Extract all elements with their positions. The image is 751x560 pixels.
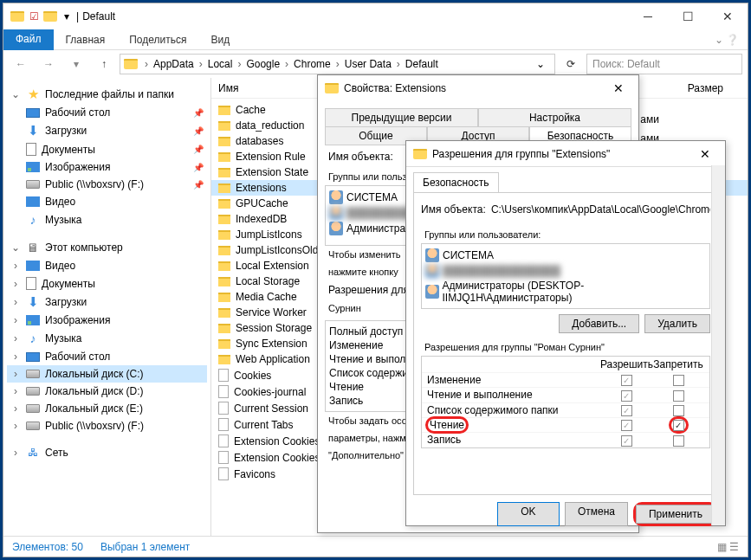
folder-icon — [218, 168, 230, 177]
nav-public2[interactable]: ›Public (\\vboxsrv) (F:) — [7, 417, 207, 434]
user-icon — [425, 285, 439, 299]
column-size[interactable]: Размер — [688, 82, 741, 94]
deny-checkbox[interactable] — [673, 435, 684, 447]
nav-thispc[interactable]: ⌄🖥Этот компьютер — [7, 238, 207, 257]
file-icon — [218, 467, 229, 480]
tab-settings[interactable]: Настройка — [478, 108, 631, 126]
user-icon — [329, 222, 343, 235]
folder-icon — [10, 11, 24, 22]
folder-icon — [218, 106, 230, 115]
scrollbar[interactable] — [711, 165, 725, 525]
user-icon — [329, 190, 343, 204]
dropdown-icon[interactable]: ⌄ — [530, 58, 551, 70]
folder-icon — [218, 324, 230, 333]
deny-checkbox[interactable] — [673, 375, 684, 386]
apply-button[interactable]: Применить — [636, 505, 715, 524]
add-button[interactable]: Добавить... — [559, 314, 639, 333]
file-icon — [218, 402, 229, 415]
folder-icon — [218, 183, 230, 193]
folder-icon — [124, 59, 138, 69]
folder-icon — [218, 215, 230, 224]
file-icon — [218, 418, 229, 431]
permission-table: Разрешить Запретить ИзменениеЧтение и вы… — [421, 356, 710, 448]
back-button[interactable]: ← — [9, 54, 33, 74]
refresh-button[interactable]: ⟳ — [559, 54, 583, 74]
nav-pane: ⌄★Последние файлы и папки Рабочий стол📌 … — [3, 78, 211, 536]
nav-music[interactable]: ♪Музыка — [7, 210, 207, 229]
nav-documents[interactable]: Документы📌 — [7, 140, 207, 158]
remove-button[interactable]: Удалить — [644, 314, 710, 333]
allow-checkbox[interactable] — [621, 405, 632, 416]
close-icon[interactable]: ✕ — [692, 147, 718, 161]
maximize-button[interactable]: ☐ — [668, 3, 708, 29]
folder-icon — [218, 199, 230, 209]
nav-downloads2[interactable]: ›⬇Загрузки — [7, 293, 207, 312]
folder-icon — [413, 149, 427, 159]
home-tab[interactable]: Главная — [54, 30, 118, 49]
nav-music2[interactable]: ›♪Музыка — [7, 329, 207, 348]
nav-pictures2[interactable]: ›Изображения — [7, 312, 207, 329]
folder-icon — [218, 355, 230, 364]
ok-button[interactable]: OK — [497, 502, 560, 526]
history-button[interactable]: ▾ — [64, 54, 88, 74]
minimize-button[interactable]: ─ — [628, 3, 668, 29]
folder-icon — [218, 339, 230, 349]
allow-checkbox[interactable] — [621, 420, 632, 431]
breadcrumb[interactable]: › AppData› Local› Google› Chrome› User D… — [120, 54, 555, 74]
view-switcher[interactable]: ▦ ☰ — [717, 541, 739, 553]
allow-checkbox[interactable] — [621, 435, 632, 447]
nav-public[interactable]: Public (\\vboxsrv) (F:)📌 — [7, 176, 207, 193]
nav-disk-e[interactable]: ›Локальный диск (E:) — [7, 400, 207, 417]
nav-desktop2[interactable]: ›Рабочий стол — [7, 348, 207, 365]
close-icon[interactable]: ✕ — [605, 81, 631, 95]
up-button[interactable]: ↑ — [92, 54, 116, 74]
nav-disk-d[interactable]: ›Локальный диск (D:) — [7, 383, 207, 400]
deny-checkbox[interactable] — [673, 390, 684, 402]
nav-desktop[interactable]: Рабочий стол📌 — [7, 104, 207, 121]
search-input[interactable]: Поиск: Default — [586, 54, 742, 74]
file-icon — [218, 434, 229, 447]
view-tab[interactable]: Вид — [198, 30, 242, 49]
dialog-title: Свойства: Extensions — [344, 82, 446, 94]
file-icon — [218, 451, 229, 464]
allow-checkbox[interactable] — [621, 375, 632, 386]
file-icon — [218, 385, 229, 398]
tab-prev[interactable]: Предыдущие версии — [325, 108, 478, 126]
nav-recent[interactable]: ⌄★Последние файлы и папки — [7, 85, 207, 104]
nav-disk-c[interactable]: ›Локальный диск (C:) — [7, 365, 207, 383]
file-tab[interactable]: Файл — [3, 29, 54, 50]
folder-icon — [218, 293, 230, 302]
folder-icon — [218, 308, 230, 318]
forward-button: → — [36, 54, 61, 74]
folder-icon — [218, 137, 230, 146]
window-title: Default — [79, 10, 628, 23]
nav-downloads[interactable]: ⬇Загрузки📌 — [7, 121, 207, 140]
security-tab[interactable]: Безопасность — [413, 172, 499, 192]
deny-checkbox[interactable] — [673, 420, 684, 431]
nav-video[interactable]: Видео — [7, 193, 207, 210]
deny-checkbox[interactable] — [673, 405, 684, 416]
file-icon — [218, 369, 229, 382]
ribbon-expand[interactable]: ⌄ ❔ — [715, 34, 748, 46]
folder-icon — [43, 11, 57, 22]
folder-icon — [218, 246, 230, 255]
ribbon: Файл Главная Поделиться Вид ⌄ ❔ — [3, 29, 748, 50]
nav-pictures[interactable]: Изображения📌 — [7, 158, 207, 176]
nav-documents2[interactable]: ›Документы — [7, 274, 207, 293]
nav-network[interactable]: ›🖧Сеть — [7, 443, 207, 462]
close-button[interactable]: ✕ — [708, 3, 748, 29]
user-icon — [425, 248, 439, 262]
user-list[interactable]: СИСТЕМА ████████████████ Администраторы … — [421, 243, 710, 309]
permissions-dialog: Разрешения для группы "Extensions" ✕ Без… — [405, 140, 726, 526]
cancel-button[interactable]: Отмена — [565, 502, 628, 526]
folder-icon — [218, 230, 230, 240]
qa-dropdown[interactable]: ▾ — [57, 10, 76, 23]
folder-icon — [218, 261, 230, 271]
nav-video2[interactable]: ›Видео — [7, 257, 207, 274]
status-count: Элементов: 50 — [12, 541, 83, 553]
share-tab[interactable]: Поделиться — [117, 30, 198, 49]
status-selected: Выбран 1 элемент — [100, 541, 190, 553]
qa-check-icon[interactable]: ☑ — [24, 10, 43, 23]
folder-icon — [218, 121, 230, 131]
allow-checkbox[interactable] — [621, 390, 632, 402]
